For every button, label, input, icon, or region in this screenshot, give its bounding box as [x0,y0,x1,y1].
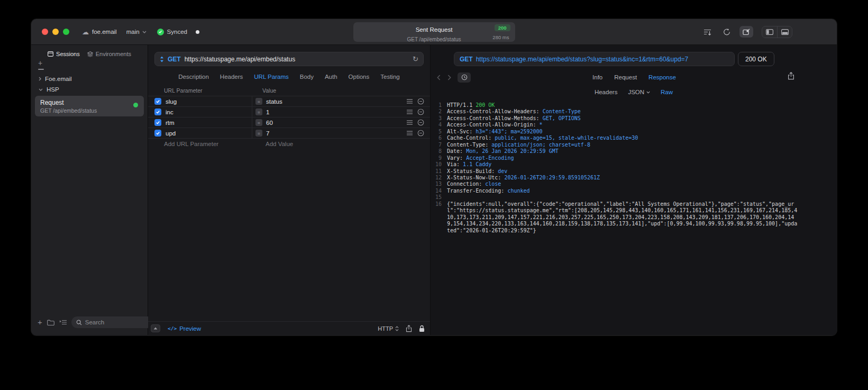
check-icon [156,110,160,114]
param-checkbox[interactable] [154,98,161,105]
back-icon[interactable] [437,75,441,80]
preview-button[interactable]: </> Preview [168,325,201,332]
line-content [447,194,837,201]
remove-param-icon[interactable] [417,98,424,105]
refresh-icon[interactable]: ↻ [413,56,418,62]
tree-item-foe-email[interactable]: Foe.email [31,74,148,84]
share-button[interactable] [406,325,412,332]
remove-param-icon[interactable] [417,119,424,126]
param-row[interactable]: upd = 7 [148,128,430,138]
param-name[interactable]: upd [166,130,252,137]
add-param-value-placeholder[interactable]: Add Value [266,141,293,147]
line-number: 5 [431,129,447,135]
param-checkbox[interactable] [154,108,161,115]
param-row[interactable]: inc = 1 [148,106,430,117]
project-selector[interactable]: ☁ foe.email [82,29,117,35]
param-value[interactable]: 7 [266,130,407,137]
toggle-sidebar-button[interactable] [762,26,777,38]
request-url-bar[interactable]: GET https://statuspage.me/api/embed/stat… [154,52,424,66]
param-value[interactable]: 60 [266,120,407,126]
toolbar-icons [700,26,792,38]
tab-auth[interactable]: Auth [325,74,337,80]
tree-item-label: Foe.email [45,76,72,82]
minimize-window-button[interactable] [52,29,59,35]
line-number: 2 [431,108,447,115]
branch-name: main [126,29,140,35]
sync-status[interactable]: Synced [157,29,187,35]
tab-sessions[interactable]: Sessions [48,51,80,57]
subtab-json[interactable]: JSON [628,89,650,95]
column-divider [252,117,252,128]
param-name[interactable]: rtm [166,120,252,126]
code-line: 2Access-Control-Allow-Headers: Content-T… [431,108,837,115]
request-url[interactable]: https://statuspage.me/api/embed/status [185,56,409,63]
request-method[interactable]: GET [168,56,181,63]
response-top-bar: GET https://statuspage.me/api/embed/stat… [454,52,829,66]
tab-options[interactable]: Options [349,74,370,80]
tree-item-hsp[interactable]: HSP [31,84,148,95]
tab-url-params[interactable]: URL Params [254,74,288,80]
lock-button[interactable] [419,325,425,332]
request-list-item-selected[interactable]: Request GET /api/embed/status [35,96,144,116]
line-content: HTTP/1.1 200 OK [447,102,837,108]
collapse-handle[interactable] [38,69,44,70]
expand-panel-button[interactable] [151,324,160,332]
tab-response[interactable]: Response [648,74,676,80]
preview-label: Preview [179,325,201,332]
remove-param-icon[interactable] [417,108,424,115]
close-window-button[interactable] [42,29,48,35]
code-line: 16{"incidents":null,"overall":{"code":"o… [431,201,837,234]
code-line: 1HTTP/1.1 200 OK [431,102,837,108]
export-response-button[interactable] [788,72,794,80]
reorder-icon[interactable] [407,131,413,135]
add-param-name-placeholder[interactable]: Add URL Parameter [164,141,218,147]
tab-environments[interactable]: Environments [87,51,131,57]
tab-info[interactable]: Info [592,74,602,80]
app-window: ☁ foe.email main Synced Sent Request 200… [31,19,837,335]
tab-body[interactable]: Body [300,74,314,80]
param-value[interactable]: status [266,98,407,105]
response-code[interactable]: 1HTTP/1.1 200 OK2Access-Control-Allow-He… [431,102,837,234]
code-line: 9Vary: Accept-Encoding [431,155,837,161]
new-folder-button[interactable] [47,320,54,325]
tab-request[interactable]: Request [614,74,637,80]
response-nav-bar: Info Request Response [437,71,832,84]
param-row[interactable]: rtm = 60 [148,117,430,128]
code-icon: </> [168,325,177,331]
request-duration: 280 ms [492,34,509,40]
synced-check-icon [157,29,164,35]
add-param-row[interactable]: Add URL Parameter Add Value [148,138,430,149]
code-line: 6Cache-Control: public, max-age=15, stal… [431,135,837,141]
import-export-button[interactable] [739,26,753,38]
line-number: 9 [431,155,447,161]
sort-lines-button[interactable] [700,26,714,38]
param-name[interactable]: slug [166,98,252,105]
subtab-raw[interactable]: Raw [661,89,673,95]
tab-description[interactable]: Description [178,74,209,80]
add-request-button[interactable]: + [38,319,42,325]
forward-icon[interactable] [447,75,451,80]
subtab-headers[interactable]: Headers [595,89,617,95]
tab-testing[interactable]: Testing [380,74,399,80]
param-name[interactable]: inc [166,109,252,115]
sent-request-pill[interactable]: Sent Request 200 GET /api/embed/status 2… [353,22,515,42]
list-view-button[interactable] [59,320,67,325]
history-button[interactable] [458,72,471,83]
param-value[interactable]: 1 [266,109,407,115]
reorder-icon[interactable] [407,110,413,114]
param-checkbox[interactable] [154,130,161,137]
tab-headers[interactable]: Headers [220,74,243,80]
remove-param-icon[interactable] [417,130,424,137]
sync-history-button[interactable] [720,26,734,38]
response-url-bar[interactable]: GET https://statuspage.me/api/embed/stat… [454,52,735,66]
toggle-bottom-panel-button[interactable] [777,26,792,38]
zoom-window-button[interactable] [63,29,69,35]
branch-selector[interactable]: main [126,29,147,35]
param-checkbox[interactable] [154,119,161,126]
param-row[interactable]: slug = status [148,96,430,106]
reorder-icon[interactable] [407,120,413,125]
protocol-selector[interactable]: HTTP [378,325,399,332]
line-number: 8 [431,148,447,155]
reorder-icon[interactable] [407,99,413,104]
add-session-button[interactable]: + [38,60,148,66]
